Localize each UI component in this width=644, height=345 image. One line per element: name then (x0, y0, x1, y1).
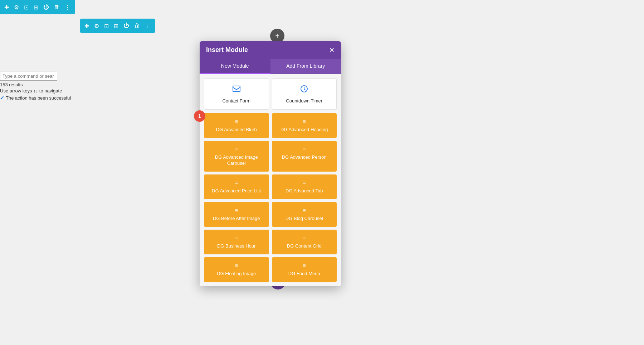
success-message: ✔ The action has been successful (0, 95, 72, 101)
dots-icon[interactable]: ⋮ (65, 4, 70, 11)
modal-tabs: New Module Add From Library (200, 59, 341, 74)
gear-icon-2[interactable]: ⚙ (94, 23, 99, 29)
menu-lines-icon: ≡ (235, 146, 238, 152)
modal-close-btn[interactable]: ✕ (329, 47, 335, 53)
countdown-timer-label: Countdown Timer (286, 98, 322, 104)
second-toolbar: ✚ ⚙ ⊡ ⊞ ⏻ 🗑 ⋮ (80, 19, 155, 33)
modal-header: Insert Module ✕ (200, 41, 341, 59)
step-indicator: 1 (194, 110, 205, 122)
module-dg-advanced-blurb[interactable]: ≡ DG Advanced Blurb (204, 113, 269, 138)
modal-title: Insert Module (206, 46, 248, 54)
nav-hint: Use arrow keys ↑↓ to navigate (0, 88, 72, 94)
tab-add-from-library[interactable]: Add From Library (270, 59, 341, 74)
left-panel: 153 results Use arrow keys ↑↓ to navigat… (0, 72, 72, 101)
contact-form-label: Contact Form (222, 98, 250, 104)
layout-icon-2[interactable]: ⊡ (104, 23, 109, 29)
add-module-circle-btn[interactable]: + (270, 29, 284, 43)
layout-icon[interactable]: ⊡ (24, 4, 29, 11)
module-dg-advanced-person[interactable]: ≡ DG Advanced Person (272, 141, 337, 172)
trash-icon[interactable]: 🗑 (54, 4, 60, 10)
module-dg-business-hour[interactable]: ≡ DG Business Hour (204, 230, 269, 254)
menu-lines-icon: ≡ (303, 262, 306, 269)
menu-lines-icon: ≡ (303, 235, 306, 241)
contact-form-icon (232, 85, 241, 95)
menu-lines-icon: ≡ (303, 179, 306, 186)
menu-lines-icon: ≡ (303, 207, 306, 214)
grid-icon[interactable]: ⊞ (34, 4, 38, 11)
countdown-timer-card[interactable]: Countdown Timer (272, 78, 337, 110)
white-cards-row: Contact Form Countdown Timer (204, 78, 337, 110)
module-dg-food-menu[interactable]: ≡ DG Food Menu (272, 257, 337, 282)
grid-icon-2[interactable]: ⊞ (114, 23, 118, 29)
insert-module-modal: Insert Module ✕ New Module Add From Libr… (200, 41, 341, 286)
menu-lines-icon: ≡ (235, 179, 238, 186)
menu-lines-icon: ≡ (235, 262, 238, 269)
dots-icon-2[interactable]: ⋮ (145, 23, 151, 29)
menu-lines-icon: ≡ (235, 235, 238, 241)
trash-icon-2[interactable]: 🗑 (134, 23, 140, 29)
module-dg-advanced-price-list[interactable]: ≡ DG Advanced Price List (204, 174, 269, 199)
menu-lines-icon: ≡ (303, 146, 306, 152)
module-dg-blog-carousel[interactable]: ≡ DG Blog Carousel (272, 202, 337, 227)
add-icon[interactable]: ✚ (4, 4, 9, 11)
search-input[interactable] (0, 72, 57, 81)
module-dg-advanced-heading[interactable]: ≡ DG Advanced Heading (272, 113, 337, 138)
results-text: 153 results (0, 82, 72, 87)
module-dg-advanced-tab[interactable]: ≡ DG Advanced Tab (272, 174, 337, 199)
modules-grid: ≡ DG Advanced Blurb ≡ DG Advanced Headin… (204, 113, 337, 282)
add-icon-2[interactable]: ✚ (84, 23, 89, 29)
module-dg-advanced-image-carousel[interactable]: ≡ DG Advanced Image Carousel (204, 141, 269, 172)
svg-rect-0 (233, 86, 240, 92)
top-toolbar: ✚ ⚙ ⊡ ⊞ ⏻ 🗑 ⋮ (0, 0, 75, 14)
countdown-timer-icon (300, 85, 308, 95)
module-dg-floating-image[interactable]: ≡ DG Floating Image (204, 257, 269, 282)
power-icon[interactable]: ⏻ (43, 4, 49, 10)
power-icon-2[interactable]: ⏻ (123, 23, 129, 29)
menu-lines-icon: ≡ (303, 118, 306, 125)
check-icon: ✔ (0, 95, 4, 101)
menu-lines-icon: ≡ (235, 207, 238, 214)
gear-icon[interactable]: ⚙ (14, 4, 19, 11)
contact-form-card[interactable]: Contact Form (204, 78, 269, 110)
menu-lines-icon: ≡ (235, 118, 238, 125)
module-dg-before-after-image[interactable]: ≡ DG Before After Image (204, 202, 269, 227)
modal-body: Contact Form Countdown Timer ≡ DG Advanc… (200, 74, 341, 286)
module-dg-content-grid[interactable]: ≡ DG Content Grid (272, 230, 337, 254)
tab-new-module[interactable]: New Module (200, 59, 270, 74)
